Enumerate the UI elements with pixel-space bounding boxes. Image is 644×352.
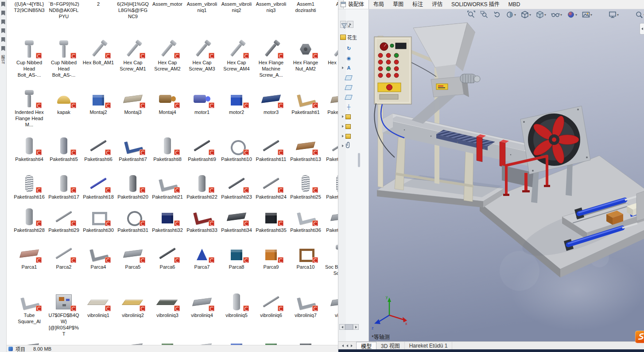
zoom-fit-button[interactable] (467, 11, 475, 19)
file-item[interactable]: 6(2H)H[1%GQL8G%$@!FGNC9 (116, 0, 150, 39)
file-item[interactable] (219, 337, 254, 345)
scroll-right-icon[interactable] (353, 324, 359, 330)
file-item[interactable]: Assem1 dozirashti (288, 0, 323, 39)
magnify-button[interactable]: ▾ (635, 11, 644, 19)
file-item[interactable]: vibroliniq6 (254, 292, 288, 337)
expand-arrow-icon[interactable] (342, 145, 344, 147)
expand-arrow-icon[interactable] (342, 125, 344, 128)
file-item[interactable]: Parca1 (12, 243, 47, 292)
file-item[interactable] (185, 337, 219, 345)
file-item[interactable] (81, 337, 116, 345)
file-item[interactable]: Paketirashti1 (288, 89, 323, 136)
file-item[interactable]: vibroliniq3 (150, 292, 185, 337)
file-item[interactable]: Cup Nibbed Head Bolt_AS-... (47, 39, 81, 89)
ribbon-tab-layout[interactable]: 布局 (369, 0, 388, 9)
tree-filter-button[interactable]: ▾ (341, 23, 350, 29)
file-item[interactable]: Soc But Head Screw (323, 243, 338, 292)
file-item[interactable]: Montaj2 (81, 89, 116, 136)
file-item[interactable]: Paketirashti21 (150, 173, 185, 207)
file-grid-viewport[interactable]: ({U}A~4[YBL}T2(9CINB5N3`B~FGP9}%2)ND8@AK… (7, 0, 338, 345)
file-item[interactable]: U7$0FD$B4QW}[@]R0S4P$%T (47, 292, 81, 337)
file-item[interactable]: Parca6 (150, 243, 185, 292)
file-item[interactable]: Hex Cap Screw_AM4 (219, 39, 254, 89)
ribbon-tab-annotation[interactable]: 标注 (408, 0, 427, 9)
file-item[interactable]: motor1 (185, 89, 219, 136)
file-item[interactable]: Paketirashti31 (116, 207, 150, 243)
file-item[interactable]: Assem_motor (150, 0, 185, 39)
hide-show-items-button[interactable]: ▾ (551, 11, 562, 19)
file-item[interactable]: Hex Cap Screw_AM3 (185, 39, 219, 89)
file-item[interactable]: Paketirashti33 (185, 207, 219, 243)
viewport-canvas[interactable]: y x z (369, 9, 644, 341)
file-item[interactable]: Paketirashti34 (219, 207, 254, 243)
ribbon-tab-evaluate[interactable]: 评估 (427, 0, 447, 9)
tree-item-history[interactable]: ↻ (342, 43, 352, 53)
file-item[interactable]: Parca7 (185, 243, 219, 292)
file-item[interactable]: Paketirashti11 (254, 136, 288, 173)
scroll-first-icon[interactable] (342, 344, 344, 347)
file-item[interactable]: Ass (323, 0, 338, 39)
file-item[interactable]: Paketirashti35 (254, 207, 288, 243)
expand-arrow-icon[interactable] (342, 115, 344, 118)
file-item[interactable]: Paketirashti1 (323, 136, 338, 173)
file-item[interactable]: kapak (47, 89, 81, 136)
file-item[interactable]: vibroliniq1 (81, 292, 116, 337)
previous-view-button[interactable] (493, 11, 501, 19)
file-item[interactable]: Paketirashti36 (288, 207, 323, 243)
tab-model[interactable]: 模型 (356, 342, 376, 349)
tab-motion-study-1[interactable]: Hareket Etüdü 1 (405, 342, 453, 349)
file-item[interactable]: Paketirashti4 (12, 136, 47, 173)
bookmark-icon[interactable] (1, 11, 5, 16)
file-item[interactable]: Indented Hex Flange Head M... (12, 89, 47, 136)
expand-arrow-icon[interactable] (342, 66, 344, 69)
file-item[interactable]: Paketirashti13 (288, 136, 323, 173)
file-item[interactable]: vibroliniq4 (185, 292, 219, 337)
scroll-next-icon[interactable] (351, 344, 353, 347)
view-orientation-button[interactable]: ▾ (521, 11, 531, 19)
tab-3d-views[interactable]: 3D 视图 (376, 342, 405, 349)
apply-scene-button[interactable]: ▾ (582, 11, 592, 19)
tree-item-plane[interactable] (342, 82, 352, 92)
ribbon-tab-mbd[interactable]: MBD (504, 0, 525, 9)
file-item[interactable]: Parca4 (81, 243, 116, 292)
scroll-left-icon[interactable] (339, 324, 345, 330)
file-item[interactable]: vibroliniq5 (219, 292, 254, 337)
file-item[interactable]: vibroliniq7 (288, 292, 323, 337)
file-item[interactable]: Paketirashti (323, 89, 338, 136)
file-item[interactable]: Montaj4 (150, 89, 185, 136)
task-pane-handle[interactable] (640, 23, 644, 35)
file-item[interactable]: Paketirashti3 (323, 207, 338, 243)
file-item[interactable]: Assem_vibroliniq2 (219, 0, 254, 39)
tree-item-plane[interactable] (342, 92, 352, 102)
file-item[interactable]: Paketirashti25 (288, 173, 323, 207)
file-item[interactable]: Paketirashti32 (150, 207, 185, 243)
file-item[interactable]: vibro (323, 292, 338, 337)
file-item[interactable]: Paketirashti30 (81, 207, 116, 243)
file-item[interactable]: vibroliniq2 (116, 292, 150, 337)
graphics-viewport[interactable]: y x z ▾▾▾▾▾▾▾▾ *等轴测 (369, 9, 644, 341)
file-item[interactable]: motor2 (219, 89, 254, 136)
file-item[interactable] (254, 337, 288, 345)
file-item[interactable]: Paketirashti10 (219, 136, 254, 173)
panel-splitter-handle[interactable] (358, 153, 360, 167)
file-item[interactable]: Assem_vibroliniq1 (185, 0, 219, 39)
file-item[interactable]: Paketirashti9 (185, 136, 219, 173)
tree-item-component[interactable] (342, 121, 352, 131)
file-item[interactable]: Hex Cap Screw_AM1 (116, 39, 150, 89)
file-item[interactable]: ({U}A~4[YBL}T2(9CINB5N3 (12, 0, 47, 39)
file-item[interactable] (12, 337, 47, 345)
file-item[interactable]: Cup Nibbed Head Bolt_AS-... (12, 39, 47, 89)
tree-horizontal-scrollbar[interactable] (339, 324, 359, 330)
file-item[interactable]: Tube Square_Al (12, 292, 47, 337)
tree-item-component[interactable] (342, 131, 352, 141)
file-item[interactable]: Paketirashti16 (12, 173, 47, 207)
file-item[interactable]: Hex Flange Nut_AM2 (288, 39, 323, 89)
file-item[interactable] (150, 337, 185, 345)
tree-item-mates[interactable] (342, 141, 352, 151)
ribbon-tab-solidworks-addins[interactable]: SOLIDWORKS 插件 (447, 0, 504, 9)
file-item[interactable]: Parca9 (254, 243, 288, 292)
tree-item-origin[interactable]: ┼ (342, 102, 352, 112)
tree-item-plane[interactable] (342, 73, 352, 82)
file-item[interactable] (116, 337, 150, 345)
file-item[interactable]: `B~FGP9}%2)ND8@AK0FLPYU (47, 0, 81, 39)
